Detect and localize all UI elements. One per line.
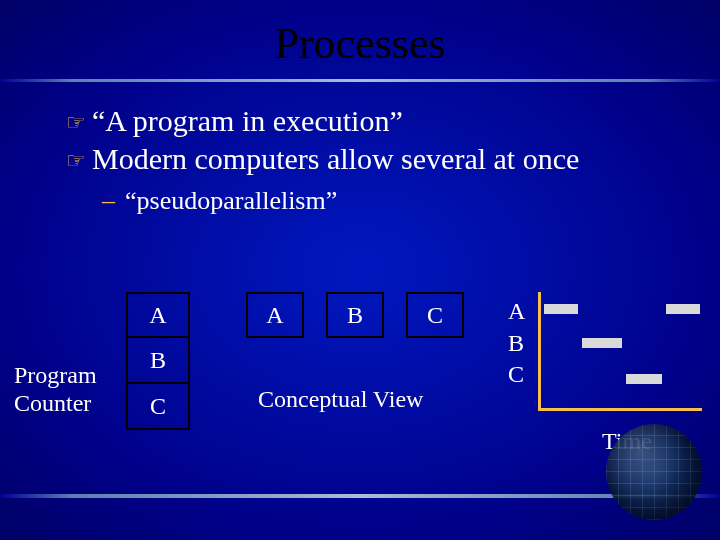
row-cell: B — [326, 292, 384, 338]
program-counter-label: Program Counter — [14, 362, 97, 417]
conceptual-view-label: Conceptual View — [258, 386, 423, 413]
bullet-1-text: “A program in execution” — [92, 104, 403, 138]
bullet-list: ☞ “A program in execution” ☞ Modern comp… — [0, 104, 720, 216]
stack-cell: C — [126, 384, 190, 430]
gantt-y-labels: A B C — [508, 296, 525, 391]
row-cell: C — [406, 292, 464, 338]
gantt-bar-a — [544, 304, 578, 314]
subbullet-1: – “pseudoparallelism” — [102, 186, 720, 216]
gantt-bar-c — [626, 374, 662, 384]
process-stack: A B C — [126, 292, 190, 430]
gantt-y-axis — [538, 292, 541, 410]
gantt-bar-b — [582, 338, 622, 348]
row-cell: A — [246, 292, 304, 338]
bullet-2: ☞ Modern computers allow several at once — [66, 142, 720, 176]
slide-title: Processes — [0, 0, 720, 77]
pc-line2: Counter — [14, 390, 91, 416]
pc-line1: Program — [14, 362, 97, 388]
dash-icon: – — [102, 186, 115, 216]
pointer-icon: ☞ — [66, 112, 86, 134]
series-label: C — [508, 359, 525, 391]
bullet-1: ☞ “A program in execution” — [66, 104, 720, 138]
gantt-chart — [538, 292, 704, 420]
stack-cell: B — [126, 338, 190, 384]
subbullet-1-text: “pseudoparallelism” — [125, 186, 337, 216]
gantt-x-axis — [538, 408, 702, 411]
globe-icon — [606, 424, 702, 520]
series-label: A — [508, 296, 525, 328]
title-divider — [0, 79, 720, 82]
bullet-2-text: Modern computers allow several at once — [92, 142, 579, 176]
process-row: A B C — [246, 292, 464, 338]
stack-cell: A — [126, 292, 190, 338]
series-label: B — [508, 328, 525, 360]
pointer-icon: ☞ — [66, 150, 86, 172]
gantt-bar-a — [666, 304, 700, 314]
